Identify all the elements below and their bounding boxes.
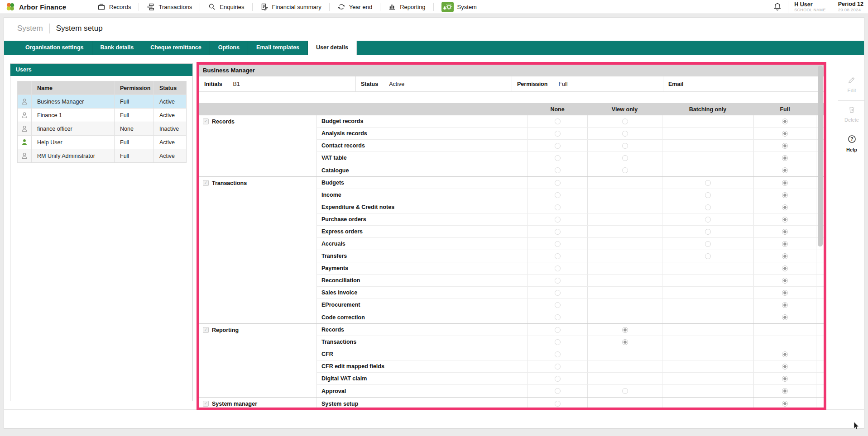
radio-none-expenditure-credit-notes[interactable]	[555, 204, 561, 210]
tab-cheque-remittance[interactable]: Cheque remittance	[142, 41, 210, 55]
trash-icon	[848, 105, 856, 114]
tab-bank-details[interactable]: Bank details	[92, 41, 143, 55]
radio-cell-view	[587, 287, 662, 299]
radio-none-accruals[interactable]	[555, 241, 561, 247]
radio-cell-batching	[662, 213, 753, 225]
breadcrumb-parent[interactable]: System	[17, 24, 43, 33]
user-row-finance-1[interactable]: Finance 1FullActive	[18, 108, 186, 122]
radio-view-approval[interactable]	[622, 388, 628, 394]
nav-enquiries[interactable]: Enquiries	[200, 0, 252, 14]
radio-full-catalogue[interactable]	[782, 167, 788, 173]
radio-view-catalogue[interactable]	[622, 167, 628, 173]
radio-full-income[interactable]	[782, 192, 788, 198]
user-status-cell: Active	[153, 149, 186, 162]
radio-batching-express-orders[interactable]	[705, 229, 711, 235]
radio-none-system-setup[interactable]	[555, 401, 561, 407]
radio-none-transfers[interactable]	[555, 253, 561, 259]
radio-batching-accruals[interactable]	[705, 241, 711, 247]
radio-none-payments[interactable]	[555, 265, 561, 271]
permission-section-reporting: ReportingRecordsTransactionsCFRCFR edit …	[199, 323, 824, 397]
radio-full-expenditure-credit-notes[interactable]	[782, 204, 788, 210]
radio-none-eprocurement[interactable]	[555, 302, 561, 308]
radio-full-budgets[interactable]	[782, 180, 788, 186]
radio-none-analysis-records[interactable]	[555, 131, 561, 137]
radio-none-code-correction[interactable]	[555, 314, 561, 320]
action-help[interactable]: ?Help	[838, 130, 865, 160]
radio-none-express-orders[interactable]	[555, 229, 561, 235]
radio-full-contact-records[interactable]	[782, 143, 788, 149]
radio-view-transactions[interactable]	[622, 339, 628, 345]
radio-full-express-orders[interactable]	[782, 229, 788, 235]
radio-none-cfr-edit-mapped-fields[interactable]	[555, 364, 561, 370]
radio-none-approval[interactable]	[555, 388, 561, 394]
radio-none-purchase-orders[interactable]	[555, 217, 561, 223]
permission-row-sales-invoice: Sales Invoice	[317, 287, 824, 299]
radio-none-digital-vat-claim[interactable]	[555, 376, 561, 382]
radio-full-payments[interactable]	[782, 265, 788, 271]
radio-full-cfr[interactable]	[782, 351, 788, 357]
radio-none-catalogue[interactable]	[555, 167, 561, 173]
radio-none-budgets[interactable]	[555, 180, 561, 186]
user-row-help-user[interactable]: Help UserFullActive	[18, 135, 186, 149]
radio-cell-none	[528, 275, 587, 286]
user-row-rm-unify-administrator[interactable]: RM Unify AdministratorFullActive	[18, 149, 186, 162]
radio-view-analysis-records[interactable]	[622, 131, 628, 137]
radio-batching-transfers[interactable]	[705, 253, 711, 259]
radio-view-budget-records[interactable]	[622, 118, 628, 124]
radio-full-vat-table[interactable]	[782, 155, 788, 161]
radio-full-sales-invoice[interactable]	[782, 290, 788, 296]
nav-financial-summary[interactable]: Financial summary	[253, 0, 329, 14]
nav-records[interactable]: Records	[90, 0, 139, 14]
radio-full-transfers[interactable]	[782, 253, 788, 259]
tab-user-details[interactable]: User details	[308, 41, 357, 55]
nav-reporting[interactable]: Reporting	[380, 0, 433, 14]
category-checkbox-reporting[interactable]	[203, 327, 209, 333]
radio-full-eprocurement[interactable]	[782, 302, 788, 308]
radio-cell-none	[528, 115, 587, 127]
radio-batching-budgets[interactable]	[705, 180, 711, 186]
radio-batching-expenditure-credit-notes[interactable]	[705, 204, 711, 210]
bell-icon[interactable]	[773, 2, 782, 11]
radio-view-records[interactable]	[622, 327, 628, 333]
user-menu[interactable]: H User SCHOOL NAME	[794, 1, 825, 13]
radio-full-analysis-records[interactable]	[782, 131, 788, 137]
tab-email-templates[interactable]: Email templates	[248, 41, 308, 55]
radio-full-purchase-orders[interactable]	[782, 217, 788, 223]
radio-batching-purchase-orders[interactable]	[705, 217, 711, 223]
radio-batching-income[interactable]	[705, 192, 711, 198]
radio-none-budget-records[interactable]	[555, 118, 561, 124]
radio-view-vat-table[interactable]	[622, 155, 628, 161]
category-cell-system-manager: System manager	[199, 398, 317, 410]
radio-full-system-setup[interactable]	[782, 401, 788, 407]
category-checkbox-transactions[interactable]	[203, 180, 209, 186]
radio-full-code-correction[interactable]	[782, 314, 788, 320]
radio-full-cfr-edit-mapped-fields[interactable]	[782, 364, 788, 370]
radio-full-budget-records[interactable]	[782, 118, 788, 124]
nav-year-end[interactable]: Year end	[330, 0, 380, 14]
category-checkbox-system-manager[interactable]	[203, 401, 209, 407]
action-edit[interactable]: Edit	[838, 71, 865, 100]
category-checkbox-records[interactable]	[203, 118, 209, 124]
vertical-scrollbar-thumb[interactable]	[818, 66, 823, 246]
tab-organisation-settings[interactable]: Organisation settings	[17, 41, 92, 55]
brand-logo[interactable]: Arbor Finance	[5, 2, 90, 12]
radio-full-approval[interactable]	[782, 388, 788, 394]
user-row-business-manager[interactable]: Business ManagerFullActive	[18, 95, 186, 108]
radio-full-digital-vat-claim[interactable]	[782, 376, 788, 382]
radio-full-reconciliation[interactable]	[782, 278, 788, 284]
radio-full-accruals[interactable]	[782, 241, 788, 247]
radio-view-contact-records[interactable]	[622, 143, 628, 149]
radio-none-cfr[interactable]	[555, 351, 561, 357]
nav-transactions[interactable]: Transactions	[139, 0, 200, 14]
radio-none-vat-table[interactable]	[555, 155, 561, 161]
radio-none-reconciliation[interactable]	[555, 278, 561, 284]
action-delete[interactable]: Delete	[838, 100, 865, 130]
radio-none-sales-invoice[interactable]	[555, 290, 561, 296]
radio-none-income[interactable]	[555, 192, 561, 198]
tab-options[interactable]: Options	[210, 41, 248, 55]
nav-system[interactable]: System	[434, 0, 484, 14]
user-row-finance-officer[interactable]: finance officerNoneInactive	[18, 122, 186, 135]
radio-none-transactions[interactable]	[555, 339, 561, 345]
radio-none-records[interactable]	[555, 327, 561, 333]
radio-none-contact-records[interactable]	[555, 143, 561, 149]
